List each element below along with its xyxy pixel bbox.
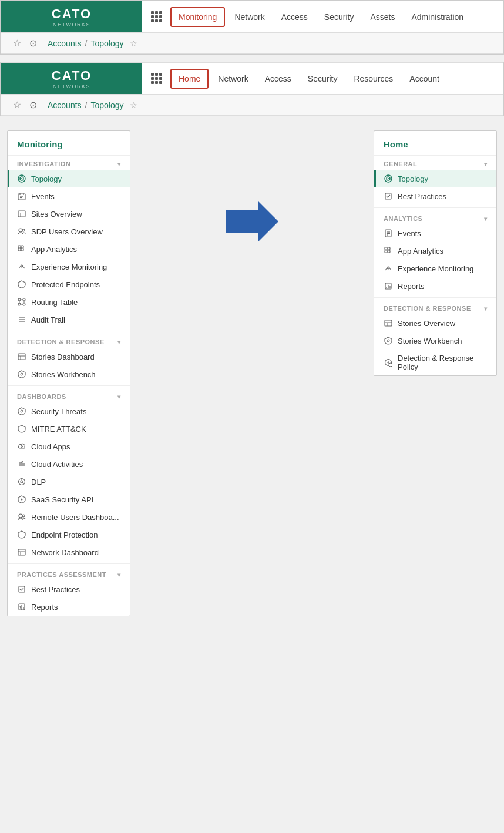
menu-network-dash-label: Network Dashboard <box>31 548 99 557</box>
grid-icon[interactable] <box>148 9 164 25</box>
section-analytics[interactable]: ANALYTICS ▾ <box>374 210 496 224</box>
menu-detection-policy[interactable]: Detection & Response Policy <box>374 350 496 375</box>
sidebar-monitoring: Monitoring INVESTIGATION ▾ Topology <box>7 130 130 616</box>
section-investigation[interactable]: INVESTIGATION ▾ <box>8 156 130 170</box>
best-practices-icon <box>17 585 26 594</box>
nav-assets[interactable]: Assets <box>363 1 402 32</box>
section-practices[interactable]: PRACTICES ASSESSMENT ▾ <box>8 566 130 580</box>
favorite-star-2[interactable]: ☆ <box>13 99 21 110</box>
menu-network-dashboard[interactable]: Network Dashboard <box>8 543 130 561</box>
nav-administration[interactable]: Administration <box>404 1 471 32</box>
svg-rect-15 <box>18 248 21 251</box>
nav-network-2[interactable]: Network <box>211 63 255 94</box>
logo-home: CATO NETWORKS <box>1 63 142 94</box>
mitre-icon <box>17 424 26 434</box>
nav-network[interactable]: Network <box>227 1 271 32</box>
section-analytics-label: ANALYTICS <box>384 215 422 222</box>
breadcrumb-topology-2[interactable]: Topology <box>90 100 123 110</box>
chevron-general: ▾ <box>484 161 488 167</box>
menu-stories-workbench-right[interactable]: Stories Workbench <box>374 332 496 350</box>
section-practices-label: PRACTICES ASSESSMENT <box>17 571 106 578</box>
menu-best-practices-right[interactable]: Best Practices <box>374 187 496 205</box>
detection-policy-icon <box>384 358 393 367</box>
menu-saas[interactable]: SaaS Security API <box>8 491 130 508</box>
back-button-1[interactable]: ⊙ <box>29 38 37 49</box>
svg-marker-52 <box>226 201 278 242</box>
nav-home[interactable]: Home <box>170 69 209 89</box>
menu-cloud-activities-label: Cloud Activities <box>31 460 83 469</box>
stories-workbench-right-icon <box>384 336 393 345</box>
menu-best-practices[interactable]: Best Practices <box>8 580 130 598</box>
menu-events[interactable]: Events <box>8 187 130 205</box>
grid-icon-2[interactable] <box>148 70 164 87</box>
section-general[interactable]: GENERAL ▾ <box>374 156 496 170</box>
menu-experience-right[interactable]: Experience Monitoring <box>374 260 496 277</box>
menu-dlp[interactable]: DLP <box>8 473 130 491</box>
section-detection-right[interactable]: DETECTION & RESPONSE ▾ <box>374 300 496 314</box>
section-dashboards[interactable]: DASHBOARDS ▾ <box>8 388 130 402</box>
menu-routing-table[interactable]: Routing Table <box>8 293 130 311</box>
menu-endpoint-protection[interactable]: Endpoint Protection <box>8 526 130 543</box>
menu-sdp-users[interactable]: SDP Users Overview <box>8 223 130 240</box>
menu-topology[interactable]: Topology <box>8 170 130 187</box>
menu-app-analytics[interactable]: App Analytics <box>8 240 130 258</box>
nav-resources[interactable]: Resources <box>347 63 400 94</box>
svg-point-42 <box>19 514 22 518</box>
menu-cloud-activities[interactable]: Cloud Activities <box>8 455 130 473</box>
svg-point-11 <box>19 229 22 232</box>
breadcrumb-sep-2: / <box>85 100 88 110</box>
section-detection[interactable]: DETECTION & RESPONSE ▾ <box>8 334 130 348</box>
svg-point-34 <box>21 446 23 448</box>
right-arrow-icon <box>226 201 278 242</box>
menu-remote-users[interactable]: Remote Users Dashboa... <box>8 508 130 526</box>
breadcrumb-bar-2: ☆ ⊙ Accounts / Topology ☆ <box>1 95 503 116</box>
menu-audit-trail[interactable]: Audit Trail <box>8 311 130 328</box>
menu-reports-label: Reports <box>31 603 58 612</box>
breadcrumb-star-end-2[interactable]: ☆ <box>130 100 137 110</box>
chevron-detection: ▾ <box>117 339 121 345</box>
nav-monitoring[interactable]: Monitoring <box>170 7 225 27</box>
app-analytics-icon <box>17 244 26 254</box>
nav-access[interactable]: Access <box>274 1 315 32</box>
nav-security-2[interactable]: Security <box>301 63 345 94</box>
sites-icon <box>17 209 26 219</box>
menu-sites-overview[interactable]: Sites Overview <box>8 205 130 223</box>
sidebar-monitoring-title: Monitoring <box>8 131 130 156</box>
menu-stories-dashboard[interactable]: Stories Dashboard <box>8 348 130 365</box>
menu-events-right[interactable]: Events <box>374 224 496 242</box>
menu-mitre-label: MITRE ATT&CK <box>31 425 86 434</box>
nav-access-2[interactable]: Access <box>258 63 298 94</box>
svg-point-12 <box>22 229 25 231</box>
menu-experience[interactable]: Experience Monitoring <box>8 258 130 276</box>
breadcrumb-topology-1[interactable]: Topology <box>90 39 123 48</box>
menu-mitre[interactable]: MITRE ATT&CK <box>8 420 130 438</box>
breadcrumb-bar-1: ☆ ⊙ Accounts / Topology ☆ <box>1 33 503 54</box>
svg-rect-62 <box>388 247 390 250</box>
cloud-activities-icon <box>17 459 26 469</box>
breadcrumb-star-end-1[interactable]: ☆ <box>130 39 137 48</box>
menu-reports-right[interactable]: Reports <box>374 277 496 295</box>
menu-protected[interactable]: Protected Endpoints <box>8 276 130 293</box>
topology-icon <box>17 174 26 183</box>
menu-cloud-apps[interactable]: Cloud Apps <box>8 438 130 455</box>
nav-account[interactable]: Account <box>402 63 446 94</box>
menu-topology-right[interactable]: Topology <box>374 170 496 187</box>
menu-reports[interactable]: Reports <box>8 598 130 616</box>
protected-icon <box>17 280 26 289</box>
breadcrumb-accounts-2[interactable]: Accounts <box>48 100 82 110</box>
breadcrumb-accounts-1[interactable]: Accounts <box>48 39 82 48</box>
menu-stories-overview[interactable]: Stories Overview <box>374 314 496 332</box>
reports-right-icon <box>384 281 393 291</box>
topbar-nav-monitoring: Monitoring Network Access Security Asset… <box>142 1 503 32</box>
menu-protected-label: Protected Endpoints <box>31 280 100 289</box>
menu-best-practices-right-label: Best Practices <box>398 192 446 201</box>
chevron-investigation: ▾ <box>117 161 121 167</box>
nav-security[interactable]: Security <box>317 1 361 32</box>
menu-topology-right-label: Topology <box>398 174 428 183</box>
favorite-star-1[interactable]: ☆ <box>13 38 21 49</box>
menu-stories-workbench[interactable]: Stories Workbench <box>8 365 130 383</box>
back-button-2[interactable]: ⊙ <box>29 99 37 110</box>
menu-app-analytics-right[interactable]: App Analytics <box>374 242 496 260</box>
arrow-container <box>130 130 374 242</box>
menu-security-threats[interactable]: Security Threats <box>8 402 130 420</box>
